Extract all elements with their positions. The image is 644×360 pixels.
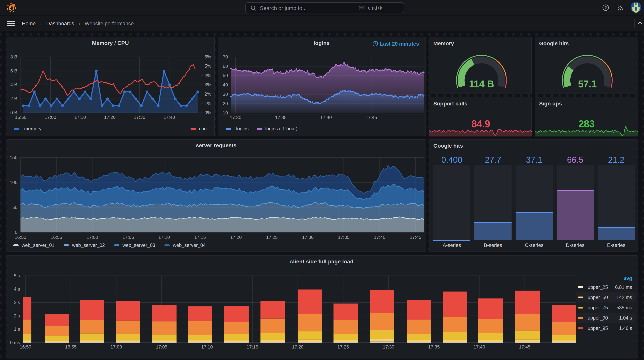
svg-text:memory: memory xyxy=(24,126,42,131)
svg-text:?: ? xyxy=(604,6,607,10)
svg-text:100: 100 xyxy=(10,180,17,185)
svg-text:16:55: 16:55 xyxy=(65,344,76,349)
svg-text:66.5: 66.5 xyxy=(567,155,583,164)
svg-text:1 s: 1 s xyxy=(14,326,20,332)
svg-text:17:15: 17:15 xyxy=(194,235,206,240)
svg-text:0%: 0% xyxy=(204,110,211,115)
svg-text:cpu: cpu xyxy=(199,126,206,131)
svg-text:3 s: 3 s xyxy=(14,300,20,305)
svg-text:17:10: 17:10 xyxy=(158,235,170,240)
svg-text:60: 60 xyxy=(222,64,228,69)
svg-text:283: 283 xyxy=(578,118,594,130)
svg-text:114 B: 114 B xyxy=(469,78,494,90)
svg-text:2%: 2% xyxy=(204,92,211,96)
svg-text:57.1: 57.1 xyxy=(578,78,596,90)
svg-text:17:20: 17:20 xyxy=(104,115,116,120)
svg-text:535 ms: 535 ms xyxy=(616,305,632,310)
svg-text:1%: 1% xyxy=(204,101,211,106)
svg-text:17:30: 17:30 xyxy=(134,115,145,120)
svg-text:E-series: E-series xyxy=(607,242,625,248)
svg-text:logins: logins xyxy=(236,126,248,131)
svg-text:2 s: 2 s xyxy=(14,313,20,318)
svg-text:6.81 ms: 6.81 ms xyxy=(615,284,632,290)
svg-text:17:40: 17:40 xyxy=(474,344,485,349)
svg-text:37.1: 37.1 xyxy=(526,155,542,164)
svg-text:4 B: 4 B xyxy=(10,82,17,87)
svg-text:0 ms: 0 ms xyxy=(10,340,20,345)
svg-text:Last 20 minutes: Last 20 minutes xyxy=(380,41,419,47)
svg-text:B-series: B-series xyxy=(484,242,502,248)
svg-text:web_server_04: web_server_04 xyxy=(172,242,206,248)
svg-text:logins (-1 hour): logins (-1 hour) xyxy=(265,126,297,131)
svg-text:17:35: 17:35 xyxy=(275,115,286,120)
svg-text:50: 50 xyxy=(222,73,228,78)
svg-text:web_server_02: web_server_02 xyxy=(72,242,105,248)
svg-text:17:40: 17:40 xyxy=(320,115,332,120)
svg-text:16:55: 16:55 xyxy=(50,235,62,240)
svg-text:6%: 6% xyxy=(204,54,211,60)
svg-text:17:00: 17:00 xyxy=(110,344,122,349)
svg-text:10: 10 xyxy=(222,110,228,116)
svg-text:142 ms: 142 ms xyxy=(616,294,632,300)
svg-text:17:00: 17:00 xyxy=(86,235,98,240)
svg-text:upper_25: upper_25 xyxy=(588,284,608,290)
svg-text:20: 20 xyxy=(222,101,228,106)
svg-text:0 B: 0 B xyxy=(10,110,17,115)
svg-text:17:35: 17:35 xyxy=(428,344,440,349)
svg-text:1.46 s: 1.46 s xyxy=(619,325,632,331)
svg-text:17:10: 17:10 xyxy=(201,344,212,349)
svg-text:upper_95: upper_95 xyxy=(588,325,608,331)
svg-text:17:05: 17:05 xyxy=(156,344,167,349)
svg-text:3%: 3% xyxy=(204,82,211,87)
svg-text:17:35: 17:35 xyxy=(338,235,349,240)
svg-text:0.400: 0.400 xyxy=(441,155,462,164)
svg-text:17:25: 17:25 xyxy=(337,344,349,349)
svg-text:web_server_03: web_server_03 xyxy=(122,242,155,248)
svg-text:A-series: A-series xyxy=(442,242,461,248)
svg-text:4 s: 4 s xyxy=(14,286,20,291)
svg-text:27.7: 27.7 xyxy=(484,155,501,164)
svg-text:5 s: 5 s xyxy=(14,273,20,278)
svg-text:21.2: 21.2 xyxy=(608,155,624,164)
svg-text:D-series: D-series xyxy=(566,242,584,248)
svg-text:16:50: 16:50 xyxy=(14,235,26,240)
svg-text:17:25: 17:25 xyxy=(266,235,278,240)
svg-text:17:45: 17:45 xyxy=(365,115,377,120)
svg-text:17:10: 17:10 xyxy=(74,115,86,120)
svg-text:8 B: 8 B xyxy=(10,54,17,60)
svg-text:17:45: 17:45 xyxy=(410,235,421,240)
svg-text:30: 30 xyxy=(222,92,228,97)
svg-text:4%: 4% xyxy=(204,73,211,78)
svg-text:C-series: C-series xyxy=(525,242,544,248)
svg-text:17:05: 17:05 xyxy=(122,235,134,240)
svg-text:17:45: 17:45 xyxy=(519,344,530,349)
svg-text:17:30: 17:30 xyxy=(382,344,394,349)
svg-text:upper_90: upper_90 xyxy=(588,315,608,320)
svg-text:upper_75: upper_75 xyxy=(588,305,608,310)
svg-text:17:30: 17:30 xyxy=(302,235,314,240)
svg-text:17:20: 17:20 xyxy=(292,344,304,349)
svg-text:avg: avg xyxy=(624,276,632,281)
svg-text:150: 150 xyxy=(10,155,17,160)
svg-text:50: 50 xyxy=(12,205,17,210)
svg-text:17:40: 17:40 xyxy=(163,115,175,120)
svg-text:17:40: 17:40 xyxy=(374,235,385,240)
svg-text:17:20: 17:20 xyxy=(230,235,242,240)
svg-text:6 B: 6 B xyxy=(10,68,17,74)
svg-text:web_server_01: web_server_01 xyxy=(21,242,54,248)
svg-text:16:50: 16:50 xyxy=(15,115,26,120)
svg-text:1.04 s: 1.04 s xyxy=(619,315,632,320)
svg-text:17:15: 17:15 xyxy=(246,344,258,349)
svg-text:upper_50: upper_50 xyxy=(588,294,608,300)
svg-text:5%: 5% xyxy=(204,64,211,69)
svg-text:16:50: 16:50 xyxy=(20,344,31,349)
svg-text:84.9: 84.9 xyxy=(471,118,490,130)
svg-text:40: 40 xyxy=(222,82,228,88)
svg-text:2 B: 2 B xyxy=(10,96,17,101)
svg-text:70: 70 xyxy=(222,54,228,60)
svg-text:17:00: 17:00 xyxy=(44,115,56,120)
svg-text:0: 0 xyxy=(15,230,17,235)
svg-text:17:30: 17:30 xyxy=(230,115,241,120)
